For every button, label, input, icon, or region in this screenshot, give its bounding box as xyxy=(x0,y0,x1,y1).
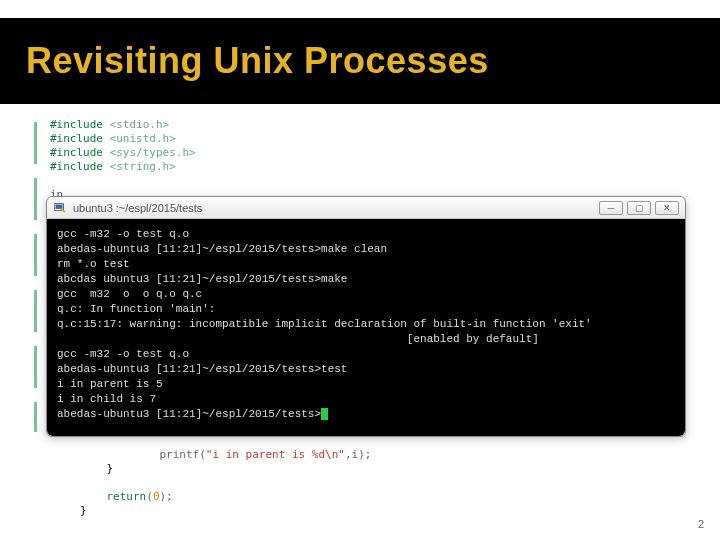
minimize-button[interactable]: ─ xyxy=(599,201,623,215)
terminal-line: abcdas ubuntu3 [11:21]~/espl/2015/tests>… xyxy=(57,273,347,285)
terminal-line: q.c: In function 'main': xyxy=(57,303,215,315)
slide-title: Revisiting Unix Processes xyxy=(26,40,489,82)
slide: Revisiting Unix Processes #include <stdi… xyxy=(0,0,720,540)
left-accent xyxy=(34,122,37,432)
terminal-window: ubuntu3 :~/espl/2015/tests ─ ▢ ✕ gcc -m3… xyxy=(46,196,686,437)
window-title: ubuntu3 :~/espl/2015/tests xyxy=(73,202,202,214)
terminal-line: rm *.o test xyxy=(57,258,130,270)
title-band: Revisiting Unix Processes xyxy=(0,18,720,104)
terminal-line: abedas-ubuntu3 [11:21]~/espl/2015/tests>… xyxy=(57,363,347,375)
terminal-cursor xyxy=(321,408,328,420)
window-titlebar: ubuntu3 :~/espl/2015/tests ─ ▢ ✕ xyxy=(47,197,685,219)
terminal-body[interactable]: gcc -m32 -o test q.o abedas-ubuntu3 [11:… xyxy=(47,219,685,436)
terminal-line: i in child is 7 xyxy=(57,393,156,405)
titlebar-left: ubuntu3 :~/espl/2015/tests xyxy=(53,201,202,215)
terminal-line: abedas-ubuntu3 [11:21]~/espl/2015/tests>… xyxy=(57,243,387,255)
page-number: 2 xyxy=(698,518,704,530)
window-controls: ─ ▢ ✕ xyxy=(599,201,679,215)
terminal-line: i in parent is 5 xyxy=(57,378,163,390)
bottom-code: printf("i in parent is %d\n",i); } retur… xyxy=(80,448,371,518)
maximize-button[interactable]: ▢ xyxy=(627,201,651,215)
terminal-line: gcc m32 o o q.o q.c xyxy=(57,288,202,300)
svg-rect-1 xyxy=(56,204,63,208)
terminal-line: abedas-ubuntu3 [11:21]~/espl/2015/tests> xyxy=(57,408,321,420)
terminal-line: gcc -m32 -o test q.o xyxy=(57,228,189,240)
terminal-line: [enabled by default] xyxy=(57,333,539,345)
putty-icon xyxy=(53,201,67,215)
terminal-line: q.c:15:17: warning: incompatible implici… xyxy=(57,318,592,330)
close-button[interactable]: ✕ xyxy=(655,201,679,215)
terminal-line: gcc -m32 -o test q.o xyxy=(57,348,189,360)
